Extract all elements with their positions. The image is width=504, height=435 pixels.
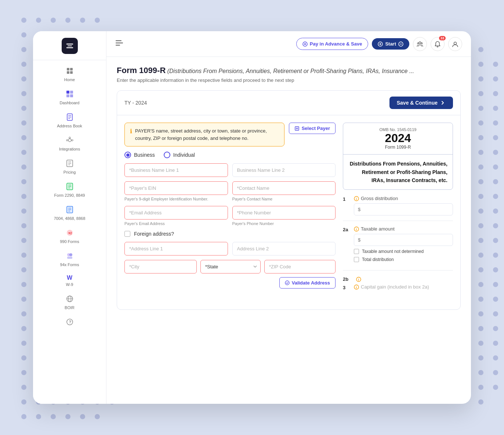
business-name-2-input[interactable] [232, 163, 336, 177]
svg-point-76 [493, 238, 498, 243]
svg-point-55 [478, 282, 483, 287]
integrations-label: Integrations [59, 147, 80, 151]
sidebar-item-pricing[interactable]: Pricing [33, 156, 106, 178]
svg-point-44 [478, 120, 483, 126]
sidebar-item-dashboard[interactable]: Dashboard [33, 86, 106, 109]
hamburger-menu[interactable] [115, 39, 123, 49]
form-7004-label: 7004, 4868, 8868 [54, 216, 86, 221]
svg-point-29 [21, 370, 26, 375]
radio-business[interactable]: Business [124, 152, 155, 158]
sidebar-item-integrations[interactable]: Integrations [33, 133, 106, 155]
svg-point-5 [95, 18, 100, 23]
sidebar-item-help[interactable]: ? [33, 314, 106, 331]
svg-point-53 [478, 253, 483, 258]
gross-distribution-input[interactable] [354, 203, 453, 215]
notification-badge: 33 [439, 36, 446, 40]
phone-input[interactable] [232, 206, 336, 220]
foreign-address-checkbox[interactable] [124, 231, 130, 237]
ty-label: TY - 2024 [124, 100, 147, 106]
svg-point-52 [478, 238, 483, 243]
state-select[interactable]: *State Alabama Alaska California New Yor… [200, 260, 261, 273]
sidebar-item-w9[interactable]: W W-9 [33, 271, 106, 290]
sidebar-item-home[interactable]: Home [33, 63, 106, 86]
profile-button[interactable] [448, 37, 462, 51]
ein-input[interactable] [124, 181, 228, 195]
svg-point-81 [493, 311, 498, 316]
form-2290-label: Form 2290, 8849 [54, 193, 85, 197]
svg-point-75 [493, 223, 498, 228]
radio-individual[interactable]: Individual [164, 152, 195, 158]
svg-point-67 [493, 106, 498, 111]
sidebar-item-990-forms[interactable]: ♥2 990 Forms [33, 225, 106, 247]
total-distribution-checkbox[interactable] [354, 257, 359, 262]
business-name-2-field [232, 163, 336, 177]
form-id-label: Form 1099-R [348, 145, 447, 150]
sidebar-item-form-2290[interactable]: Form 2290, 8849 [33, 179, 106, 201]
svg-point-4 [80, 18, 85, 23]
start-button[interactable]: Start [372, 38, 409, 50]
notification-button[interactable]: 33 [431, 37, 445, 51]
svg-point-114 [66, 139, 68, 141]
pay-advance-button[interactable]: Pay in Advance & Save [296, 38, 369, 50]
page-content: Form 1099-R (Distributions From Pensions… [106, 57, 471, 404]
taxable-not-determined-checkbox[interactable] [354, 249, 359, 254]
pricing-label: Pricing [64, 170, 76, 174]
svg-point-77 [493, 253, 498, 258]
svg-point-153 [421, 43, 423, 44]
taxable-amount-input[interactable] [354, 234, 453, 246]
svg-point-51 [478, 223, 483, 228]
field-1-label: i Gross distribution [354, 196, 453, 201]
svg-point-49 [478, 194, 483, 199]
svg-rect-107 [66, 94, 69, 97]
svg-point-17 [21, 194, 26, 199]
sidebar-item-94x-forms[interactable]: 94x Forms [33, 248, 106, 271]
sidebar: Home Dashboard Address Book Integrations [33, 31, 106, 404]
contact-name-input[interactable] [232, 181, 336, 195]
page-title: Form 1099-R (Distributions From Pensions… [117, 66, 461, 75]
pay-advance-label: Pay in Advance & Save [310, 41, 362, 47]
svg-point-19 [21, 223, 26, 228]
address-line-1-field [124, 242, 228, 255]
svg-point-20 [21, 238, 26, 243]
svg-point-68 [493, 120, 498, 126]
zip-input[interactable] [264, 260, 336, 273]
taxable-amount-not-determined-row: Taxable amount not determined [354, 249, 453, 254]
save-continue-button[interactable]: Save & Continue [389, 97, 453, 109]
foreign-address-row: Foreign address? [124, 231, 336, 237]
sidebar-item-address-book[interactable]: Address Book [33, 109, 106, 132]
svg-point-13 [21, 135, 26, 140]
form-2290-icon [66, 182, 74, 192]
field-2a-number: 2a [343, 226, 350, 232]
team-button[interactable] [413, 37, 427, 51]
radio-individual-circle [164, 152, 170, 158]
validate-address-button[interactable]: Validate Address [279, 277, 336, 289]
phone-hint: Payer's Phone Number [232, 221, 336, 226]
svg-point-73 [493, 194, 498, 199]
sidebar-logo[interactable] [33, 31, 106, 60]
content-area: Pay in Advance & Save Start 33 [106, 31, 471, 404]
city-input[interactable] [124, 260, 197, 273]
email-field: Payer's Email Address [124, 206, 228, 226]
sidebar-item-boir[interactable]: BOIR [33, 291, 106, 313]
svg-point-83 [493, 341, 498, 346]
address-line-1-input[interactable] [124, 242, 228, 255]
sidebar-item-form-7004[interactable]: 7004, 4868, 8868 [33, 202, 106, 224]
svg-point-27 [21, 341, 26, 346]
business-name-1-input[interactable] [124, 163, 228, 177]
address-line-2-input[interactable] [232, 242, 336, 255]
svg-point-64 [493, 62, 498, 67]
svg-text:i: i [356, 197, 357, 201]
distribution-fields: 1 i Gross distribution [343, 196, 453, 297]
svg-point-70 [493, 150, 498, 155]
select-payer-button[interactable]: Select Payer [289, 123, 336, 134]
info-icon: ℹ [130, 128, 132, 135]
svg-point-47 [478, 164, 483, 170]
payer-type-radio-group: Business Individual [124, 152, 336, 158]
svg-point-9 [21, 76, 26, 81]
svg-point-154 [437, 46, 438, 47]
email-input[interactable] [124, 206, 228, 220]
svg-point-69 [493, 135, 498, 140]
svg-point-63 [478, 399, 483, 405]
form-94x-label: 94x Forms [60, 262, 79, 267]
svg-point-10 [21, 91, 26, 96]
